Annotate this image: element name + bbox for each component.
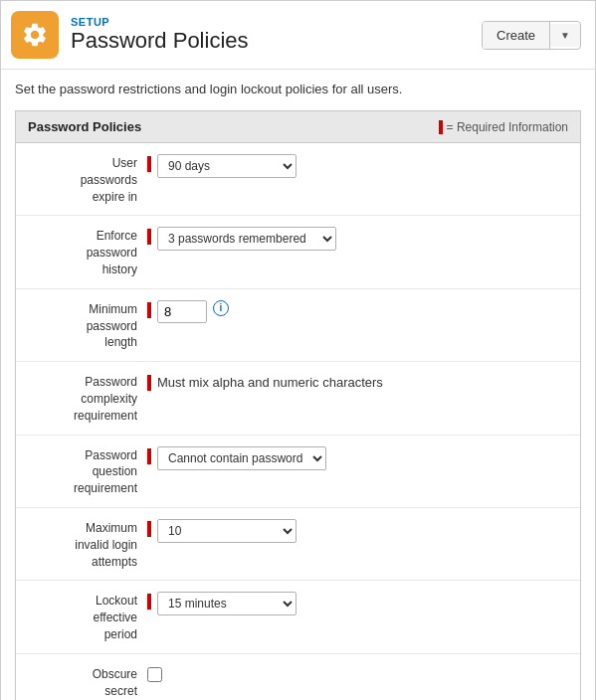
field-password-complexity: Must mix alpha and numeric characters bbox=[147, 372, 568, 391]
required-info-label: = Required Information bbox=[447, 120, 568, 134]
form-panel-header: Password Policies = Required Information bbox=[16, 111, 580, 143]
header: SETUP Password Policies Create ▼ bbox=[1, 1, 595, 70]
row-obscure-secret-answer: Obscuresecretanswer forpasswordresets bbox=[16, 654, 580, 700]
gear-svg bbox=[21, 21, 49, 49]
select-enforce-password-history[interactable]: 1 passwords remembered 2 passwords remem… bbox=[157, 227, 336, 251]
field-max-invalid-login-attempts: 3 5 10 15 20 bbox=[147, 518, 568, 543]
row-max-invalid-login-attempts: Maximuminvalid loginattempts 3 5 10 15 2… bbox=[16, 508, 580, 581]
body-content: Set the password restrictions and login … bbox=[1, 70, 595, 700]
required-indicator bbox=[147, 156, 151, 172]
row-user-passwords-expire: Userpasswordsexpire in 30 days 60 days 9… bbox=[16, 143, 580, 216]
select-lockout-effective-period[interactable]: 5 minutes 10 minutes 15 minutes 30 minut… bbox=[157, 592, 297, 615]
row-password-question-requirement: Passwordquestionrequirement Cannot conta… bbox=[16, 436, 580, 508]
required-indicator bbox=[147, 302, 151, 318]
label-enforce-password-history: Enforcepasswordhistory bbox=[28, 226, 147, 277]
label-obscure-secret-answer: Obscuresecretanswer forpasswordresets bbox=[28, 664, 147, 700]
required-indicator bbox=[147, 594, 151, 610]
field-obscure-secret-answer bbox=[147, 664, 568, 682]
password-complexity-value: Must mix alpha and numeric characters bbox=[157, 373, 383, 390]
label-user-passwords-expire: Userpasswordsexpire in bbox=[28, 153, 147, 205]
row-lockout-effective-period: Lockouteffectiveperiod 5 minutes 10 minu… bbox=[16, 581, 580, 653]
create-button[interactable]: Create ▼ bbox=[482, 21, 581, 50]
required-indicator bbox=[147, 521, 151, 537]
field-minimum-password-length: i bbox=[147, 299, 568, 323]
label-password-complexity: Passwordcomplexityrequirement bbox=[28, 372, 147, 424]
select-max-invalid-login-attempts[interactable]: 3 5 10 15 20 bbox=[157, 519, 297, 543]
create-dropdown-arrow[interactable]: ▼ bbox=[550, 24, 580, 47]
label-password-question-requirement: Passwordquestionrequirement bbox=[28, 445, 147, 497]
row-password-complexity: Passwordcomplexityrequirement Must mix a… bbox=[16, 362, 580, 435]
required-bar-icon bbox=[439, 120, 443, 134]
page-title: Password Policies bbox=[71, 28, 249, 54]
label-minimum-password-length: Minimumpasswordlength bbox=[28, 299, 147, 351]
required-indicator bbox=[147, 229, 151, 245]
label-lockout-effective-period: Lockouteffectiveperiod bbox=[28, 591, 147, 642]
info-icon[interactable]: i bbox=[213, 300, 229, 316]
page-description: Set the password restrictions and login … bbox=[15, 82, 581, 96]
row-minimum-password-length: Minimumpasswordlength i bbox=[16, 289, 580, 362]
checkbox-obscure-secret-answer[interactable] bbox=[147, 667, 162, 682]
input-minimum-password-length[interactable] bbox=[157, 300, 207, 323]
header-text: SETUP Password Policies bbox=[71, 16, 249, 54]
create-button-label[interactable]: Create bbox=[483, 22, 550, 49]
label-max-invalid-login-attempts: Maximuminvalid loginattempts bbox=[28, 518, 147, 570]
required-indicator bbox=[147, 448, 151, 464]
field-lockout-effective-period: 5 minutes 10 minutes 15 minutes 30 minut… bbox=[147, 591, 568, 615]
field-password-question-requirement: Cannot contain password Must not equal p… bbox=[147, 445, 568, 470]
field-user-passwords-expire: 30 days 60 days 90 days 180 days 1 year … bbox=[147, 153, 568, 178]
page-container: SETUP Password Policies Create ▼ Set the… bbox=[0, 0, 596, 700]
header-left: SETUP Password Policies bbox=[11, 11, 249, 59]
form-panel: Password Policies = Required Information… bbox=[15, 110, 581, 700]
row-enforce-password-history: Enforcepasswordhistory 1 passwords remem… bbox=[16, 216, 580, 288]
required-info: = Required Information bbox=[439, 120, 568, 134]
setup-icon bbox=[11, 11, 59, 59]
form-panel-title: Password Policies bbox=[28, 119, 141, 134]
select-user-passwords-expire[interactable]: 30 days 60 days 90 days 180 days 1 year … bbox=[157, 154, 297, 178]
setup-label: SETUP bbox=[71, 16, 249, 28]
field-enforce-password-history: 1 passwords remembered 2 passwords remem… bbox=[147, 226, 568, 251]
select-password-question-requirement[interactable]: Cannot contain password Must not equal p… bbox=[157, 446, 326, 470]
required-indicator bbox=[147, 375, 151, 391]
